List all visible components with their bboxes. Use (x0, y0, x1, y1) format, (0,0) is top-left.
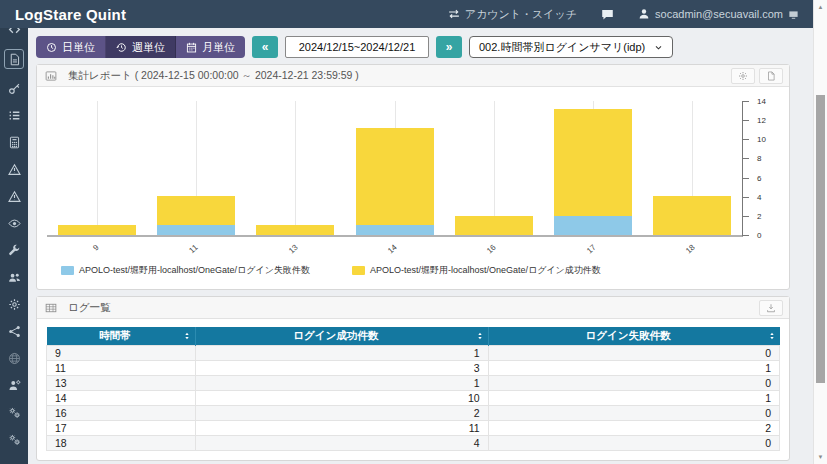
next-period-button[interactable]: » (436, 36, 462, 58)
report-select-value: 002.時間帯別ログインサマリ(idp) (479, 40, 645, 55)
header-right: アカウント・スイッチ socadmin@secuavail.com (448, 7, 799, 22)
unit-button-day[interactable]: 日単位 (36, 36, 106, 58)
gear-icon (738, 71, 748, 81)
sidebar-item-globe[interactable] (4, 351, 24, 366)
sidebar-item-share[interactable] (4, 324, 24, 339)
chart-settings-button[interactable] (731, 68, 755, 84)
account-switch-button[interactable]: アカウント・スイッチ (448, 7, 577, 22)
account-switch-icon (448, 8, 460, 20)
column-header-0[interactable]: 時間帯 (47, 327, 196, 346)
cell-count: 1 (488, 361, 779, 376)
bar-14[interactable] (356, 128, 434, 235)
scroll-down-arrow[interactable]: ▼ (814, 451, 827, 463)
cell-count: 3 (196, 361, 489, 376)
bar-9[interactable] (58, 225, 136, 235)
y-axis-tick: 8 (742, 158, 749, 159)
sidebar-item-report[interactable] (4, 49, 24, 69)
sidebar-item-cogs-2[interactable] (4, 432, 24, 447)
unit-button-week[interactable]: 週単位 (106, 36, 176, 58)
x-axis: 9111314161718 (47, 239, 743, 257)
export-file-icon (766, 71, 776, 81)
user-menu[interactable]: socadmin@secuavail.com (638, 8, 799, 20)
bar-segment[interactable] (157, 225, 235, 235)
sidebar-item-alert-2[interactable] (4, 189, 24, 204)
cell-count: 2 (196, 406, 489, 421)
bar-11[interactable] (157, 196, 235, 235)
bar-segment[interactable] (58, 225, 136, 235)
log-panel-actions (759, 300, 783, 316)
legend-swatch (352, 266, 365, 275)
legend-item[interactable]: APOLO-test/堀野用-localhost/OneGate/ログイン成功件… (352, 264, 601, 277)
sidebar-item-list[interactable] (4, 108, 24, 123)
chat-button[interactable] (601, 8, 614, 21)
log-panel-header: ログ一覧 (37, 297, 789, 319)
report-panel: 集計レポート ( 2024-12-15 00:00:00 ～ 2024-12-2… (36, 64, 790, 290)
bar-13[interactable] (256, 225, 334, 235)
scroll-up-arrow[interactable]: ▲ (814, 1, 827, 13)
y-axis-tick: 4 (742, 197, 749, 198)
globe-icon (8, 352, 21, 365)
bar-segment[interactable] (356, 128, 434, 225)
legend-label: APOLO-test/堀野用-localhost/OneGate/ログイン失敗件… (79, 264, 310, 277)
bar-16[interactable] (455, 216, 533, 235)
y-axis-label: 4 (757, 193, 775, 202)
bar-segment[interactable] (554, 109, 632, 216)
report-panel-title: 集計レポート ( 2024-12-15 00:00:00 ～ 2024-12-2… (68, 69, 359, 83)
legend-item[interactable]: APOLO-test/堀野用-localhost/OneGate/ログイン失敗件… (61, 264, 310, 277)
chat-icon (601, 8, 614, 21)
sidebar-item-user-admin[interactable] (4, 378, 24, 393)
table-row: 910 (47, 346, 780, 361)
sidebar-item-gear[interactable] (4, 297, 24, 312)
y-axis-label: 0 (757, 231, 775, 240)
bar-segment[interactable] (256, 225, 334, 235)
y-axis-label: 10 (757, 135, 775, 144)
sidebar-item-eye[interactable] (4, 216, 24, 231)
calculator-icon (8, 136, 21, 149)
alert-triangle-icon (8, 163, 21, 176)
chart-export-button[interactable] (759, 68, 783, 84)
bar-17[interactable] (554, 109, 632, 235)
unit-button-month[interactable]: 月単位 (176, 36, 245, 58)
unit-button-group: 日単位週単位月単位 (36, 36, 245, 58)
session-icon (788, 9, 799, 20)
x-axis-label: 14 (386, 243, 399, 256)
bar-segment[interactable] (554, 216, 632, 235)
prev-period-button[interactable]: « (252, 36, 278, 58)
cell-hour: 14 (47, 391, 196, 406)
column-header-2[interactable]: ログイン失敗件数 (488, 327, 779, 346)
column-header-label: ログイン失敗件数 (586, 329, 671, 341)
cell-hour: 18 (47, 436, 196, 451)
user-gear-icon (8, 379, 21, 392)
cell-count: 1 (196, 376, 489, 391)
sidebar-item-calculator[interactable] (4, 135, 24, 150)
sidebar-item-cogs-1[interactable] (4, 405, 24, 420)
report-select[interactable]: 002.時間帯別ログインサマリ(idp) (469, 36, 673, 58)
code-icon (8, 28, 21, 36)
history-icon (116, 42, 127, 53)
share-nodes-icon (8, 325, 21, 338)
column-header-1[interactable]: ログイン成功件数 (196, 327, 489, 346)
bar-segment[interactable] (455, 216, 533, 235)
legend-label: APOLO-test/堀野用-localhost/OneGate/ログイン成功件… (370, 264, 601, 277)
bar-segment[interactable] (653, 196, 731, 235)
log-table-container: 時間帯ログイン成功件数ログイン失敗件数 91011311310141011620… (37, 319, 789, 460)
cell-count: 4 (196, 436, 489, 451)
y-axis-label: 6 (757, 174, 775, 183)
x-axis-label: 17 (585, 243, 598, 256)
sidebar-item-code[interactable] (4, 28, 24, 37)
sidebar-item-wrench[interactable] (4, 243, 24, 258)
bar-18[interactable] (653, 196, 731, 235)
scrollbar[interactable]: ▲ ▼ (813, 0, 827, 464)
chart: 02468101214 9111314161718 APOLO-test/堀野用… (37, 87, 789, 289)
download-icon (766, 303, 776, 313)
bar-segment[interactable] (157, 196, 235, 225)
download-button[interactable] (759, 300, 783, 316)
sidebar-item-key[interactable] (4, 81, 24, 96)
sidebar-item-alert-1[interactable] (4, 162, 24, 177)
bar-segment[interactable] (356, 225, 434, 235)
date-range-input[interactable] (285, 36, 429, 58)
sidebar-item-users[interactable] (4, 270, 24, 285)
scrollbar-thumb[interactable] (816, 95, 825, 383)
y-axis-tick: 14 (742, 101, 749, 102)
chart-legend: APOLO-test/堀野用-localhost/OneGate/ログイン失敗件… (61, 264, 601, 277)
